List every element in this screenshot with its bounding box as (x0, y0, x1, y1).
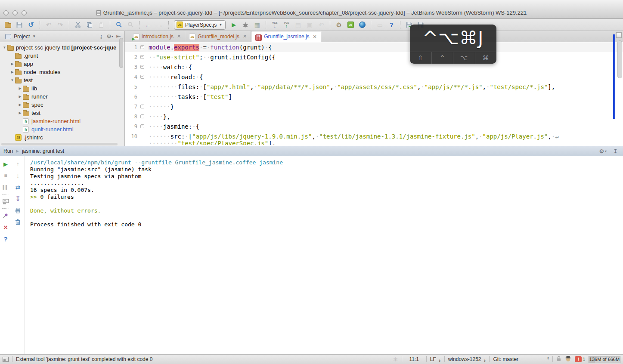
coverage-icon[interactable]: ▦ (252, 20, 262, 30)
close-icon[interactable]: × (1, 223, 10, 231)
copy-icon[interactable] (84, 20, 95, 30)
tree-item[interactable]: ▶lib (0, 84, 124, 93)
debug-icon[interactable] (240, 20, 251, 30)
editor-tab[interactable]: JSGruntfile_jasmine.js✕ (251, 31, 321, 42)
tree-item[interactable]: ▶spec (0, 101, 124, 109)
back-icon[interactable]: ← (143, 20, 153, 30)
history-disabled-icon[interactable]: ▣ (304, 20, 315, 30)
run-icon[interactable]: ▶ (229, 20, 239, 30)
run-console-output[interactable]: /usr/local/share/npm/bin/grunt --gruntfi… (25, 156, 623, 354)
editor-tab[interactable]: JS▶introduction.js✕ (129, 31, 185, 42)
line-separator-widget[interactable]: LF▲▼ (430, 356, 441, 362)
hide-run-panel-button[interactable]: ↧ (611, 148, 620, 154)
print-icon[interactable] (14, 207, 22, 214)
tree-item[interactable]: JS.jshintrc (0, 133, 124, 142)
tree-item[interactable]: ▼project-ssc-jquery-tdd [project-scc-jqu… (0, 43, 124, 52)
open-project-icon[interactable] (3, 20, 13, 30)
up-stack-trace-icon[interactable]: ↑ (14, 160, 22, 168)
fold-collapse-icon[interactable]: − (140, 65, 144, 69)
down-stack-trace-icon[interactable]: ↓ (14, 172, 22, 179)
tab-label: Gruntfile_model.js (198, 34, 239, 40)
pin-icon[interactable] (1, 212, 10, 219)
close-tab-icon[interactable]: ✕ (177, 34, 181, 39)
tree-item[interactable]: hqunit-runner.html (0, 125, 124, 133)
chevron-right-icon[interactable]: ▶ (17, 103, 23, 107)
tree-item[interactable]: ▼test (0, 76, 124, 84)
fold-end-icon[interactable]: ˆ (140, 105, 144, 108)
tree-item[interactable]: ▶node_modules (0, 68, 124, 76)
replace-icon[interactable] (125, 20, 136, 30)
show-console-icon[interactable] (1, 197, 10, 205)
code-editor[interactable]: 1−module.exports·=·function(grunt)·{2−··… (125, 42, 623, 146)
nodejs-icon[interactable]: JS (345, 20, 356, 30)
code-preview-icon[interactable]: ▭ (375, 20, 385, 30)
chevron-right-icon[interactable]: ▶ (17, 95, 23, 99)
git-branch-widget[interactable]: Git: master▲▼ (493, 356, 549, 362)
chevron-right-icon[interactable]: ▶ (9, 70, 15, 74)
rollback-icon[interactable]: ↶ (316, 20, 326, 30)
fold-collapse-icon[interactable]: − (140, 75, 144, 79)
stop-icon[interactable]: ■ (1, 172, 10, 179)
chevron-right-icon[interactable]: ▶ (9, 62, 15, 66)
tree-item[interactable]: hjasmine-runner.html (0, 117, 124, 125)
run-config-tab-label[interactable]: jasmine: grunt test (22, 148, 64, 154)
web-browser-icon[interactable] (357, 20, 367, 30)
find-icon[interactable] (114, 20, 124, 30)
inspection-profile-icon[interactable] (565, 355, 571, 363)
chevron-down-icon[interactable]: ▼ (2, 46, 7, 49)
chevron-right-icon[interactable]: ▶ (17, 111, 23, 115)
run-configuration-select[interactable]: JS PlayerSpec.js ▼ (174, 20, 226, 30)
status-message: External tool 'jasmine: grunt test' comp… (16, 356, 152, 362)
encoding-widget[interactable]: windows-1252▲▼ (448, 356, 486, 362)
caret-position-widget[interactable]: 11:1 (406, 356, 423, 362)
editor-tab[interactable]: JSGruntfile_model.js✕ (185, 31, 251, 42)
clear-all-icon[interactable] (14, 218, 22, 226)
paste-icon[interactable] (96, 20, 106, 30)
soft-wrap-icon[interactable]: ⇄ (14, 183, 22, 191)
project-view-select[interactable]: Project ▼ (2, 33, 39, 40)
scroll-to-end-icon[interactable]: ↧ (14, 195, 22, 203)
cut-icon[interactable] (73, 20, 83, 30)
settings-icon[interactable]: ⚙ (334, 20, 344, 30)
help-icon[interactable]: ? (1, 235, 10, 243)
line-number: 4 (125, 74, 137, 80)
fold-collapse-icon[interactable]: − (140, 45, 144, 49)
commit-disabled-icon[interactable]: ▤ (293, 20, 303, 30)
close-tab-icon[interactable]: ✕ (313, 34, 317, 40)
collapse-all-button[interactable]: ↨ (97, 32, 105, 41)
panel-settings-button[interactable]: ⚙▾ (105, 32, 114, 41)
undo-icon[interactable]: ↶ (43, 20, 54, 30)
forward-icon[interactable]: → (155, 20, 165, 30)
fold-collapse-icon[interactable]: − (140, 124, 144, 128)
vcs-update-icon[interactable]: VCS↓ (270, 20, 280, 30)
modifier-key-icon: ⌥ (453, 52, 475, 64)
synchronize-icon[interactable]: ↺ (26, 20, 36, 30)
inspection-indicator[interactable] (616, 32, 622, 38)
close-tab-icon[interactable]: ✕ (243, 34, 247, 39)
project-tree-vertical-scrollbar[interactable] (119, 38, 123, 68)
error-notification[interactable]: ! 1 (575, 356, 585, 362)
fold-collapse-icon[interactable]: − (140, 55, 144, 59)
chevron-right-icon[interactable]: ▶ (17, 86, 23, 90)
tree-item[interactable]: .grunt (0, 52, 124, 60)
chevron-down-icon[interactable]: ▼ (9, 78, 15, 82)
run-panel-title: Run (3, 148, 13, 154)
tree-item[interactable]: ▶test (0, 109, 124, 117)
rerun-icon[interactable]: ▶ (1, 160, 10, 168)
editor-vertical-scrollbar[interactable] (617, 40, 622, 78)
lock-icon[interactable] (556, 356, 561, 363)
vcs-commit-icon[interactable]: VCS↑ (281, 20, 291, 30)
tree-item[interactable]: ▶app (0, 60, 124, 68)
tree-item[interactable]: ▶runner (0, 93, 124, 101)
fold-end-icon[interactable]: ˆ (140, 114, 144, 118)
toggle-tool-windows-button[interactable] (3, 357, 9, 362)
run-panel-settings-button[interactable]: ⚙▾ (597, 148, 608, 154)
project-tree-horizontal-scrollbar[interactable] (1, 143, 118, 145)
pause-icon[interactable]: ▌▌ (1, 183, 10, 191)
redo-icon[interactable]: ↷ (55, 20, 65, 30)
memory-indicator[interactable]: 136M of 666M (589, 356, 620, 363)
help-icon[interactable]: ? (386, 20, 397, 30)
save-all-icon[interactable] (14, 20, 25, 30)
project-tree[interactable]: ▼project-ssc-jquery-tdd [project-scc-jqu… (0, 42, 124, 146)
line-number: 6 (125, 94, 137, 100)
